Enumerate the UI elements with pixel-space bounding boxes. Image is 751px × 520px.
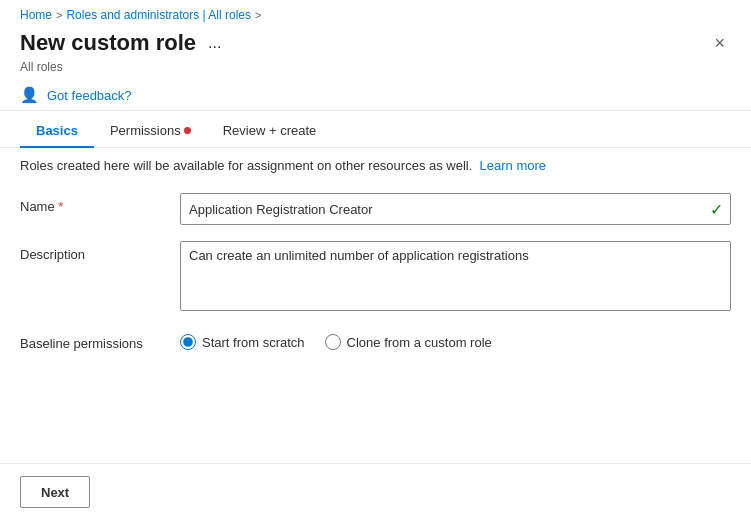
breadcrumb-home[interactable]: Home (20, 8, 52, 22)
feedback-label: Got feedback? (47, 88, 132, 103)
header-row: New custom role ... × (0, 26, 751, 60)
name-row: Name * ✓ (20, 193, 731, 225)
description-row: Description Can create an unlimited numb… (20, 241, 731, 314)
learn-more-link[interactable]: Learn more (480, 158, 546, 173)
radio-clone-label: Clone from a custom role (347, 335, 492, 350)
breadcrumb-sep1: > (56, 9, 62, 21)
feedback-icon: 👤 (20, 86, 39, 104)
breadcrumb-roles[interactable]: Roles and administrators | All roles (66, 8, 251, 22)
check-icon: ✓ (710, 200, 723, 219)
info-bar: Roles created here will be available for… (0, 148, 751, 183)
name-input[interactable] (180, 193, 731, 225)
breadcrumb: Home > Roles and administrators | All ro… (0, 0, 751, 26)
baseline-row: Baseline permissions Start from scratch … (20, 330, 731, 351)
name-required-star: * (58, 199, 63, 214)
baseline-control: Start from scratch Clone from a custom r… (180, 330, 731, 350)
tab-review-label: Review + create (223, 123, 317, 138)
title-area: New custom role ... (20, 30, 225, 56)
close-button[interactable]: × (708, 31, 731, 56)
description-control: Can create an unlimited number of applic… (180, 241, 731, 314)
tab-permissions[interactable]: Permissions (94, 115, 207, 148)
baseline-label: Baseline permissions (20, 330, 180, 351)
tab-basics-label: Basics (36, 123, 78, 138)
feedback-bar[interactable]: 👤 Got feedback? (0, 80, 751, 111)
name-control: ✓ (180, 193, 731, 225)
radio-clone-input[interactable] (325, 334, 341, 350)
tab-basics[interactable]: Basics (20, 115, 94, 148)
info-text: Roles created here will be available for… (20, 158, 472, 173)
subtitle: All roles (0, 60, 751, 80)
tab-permissions-label: Permissions (110, 123, 181, 138)
tab-permissions-dot (184, 127, 191, 134)
page-title: New custom role (20, 30, 196, 56)
name-label: Name * (20, 193, 180, 214)
tab-review[interactable]: Review + create (207, 115, 333, 148)
footer-bar: Next (0, 463, 751, 520)
description-label: Description (20, 241, 180, 262)
radio-group: Start from scratch Clone from a custom r… (180, 330, 731, 350)
description-input[interactable]: Can create an unlimited number of applic… (180, 241, 731, 311)
radio-scratch-input[interactable] (180, 334, 196, 350)
breadcrumb-sep2: > (255, 9, 261, 21)
ellipsis-button[interactable]: ... (204, 32, 225, 54)
radio-scratch-option[interactable]: Start from scratch (180, 334, 305, 350)
panel: Home > Roles and administrators | All ro… (0, 0, 751, 520)
tabs-row: Basics Permissions Review + create (0, 115, 751, 148)
radio-scratch-label: Start from scratch (202, 335, 305, 350)
form-area: Name * ✓ Description Can create an unlim… (0, 183, 751, 463)
radio-clone-option[interactable]: Clone from a custom role (325, 334, 492, 350)
next-button[interactable]: Next (20, 476, 90, 508)
